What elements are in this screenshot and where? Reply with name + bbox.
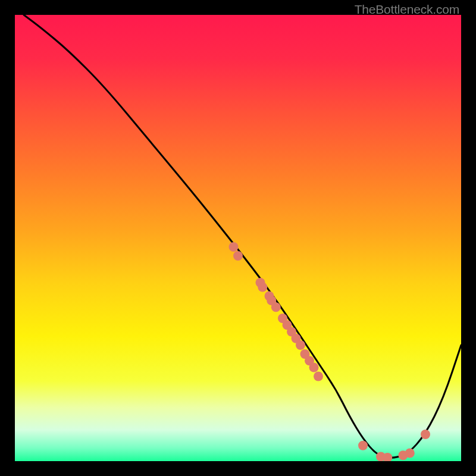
scatter-dot [229,242,239,252]
scatter-dot [271,302,281,312]
scatter-dot [233,251,243,261]
chart-svg [15,15,461,461]
chart-plot-area [15,15,461,461]
gradient-background [15,15,461,461]
scatter-dot [296,340,305,350]
scatter-dot [421,430,430,439]
scatter-dot [358,441,368,450]
scatter-dot [309,363,319,372]
scatter-dot [405,449,415,458]
scatter-dot [314,372,323,381]
scatter-dot [258,283,267,292]
